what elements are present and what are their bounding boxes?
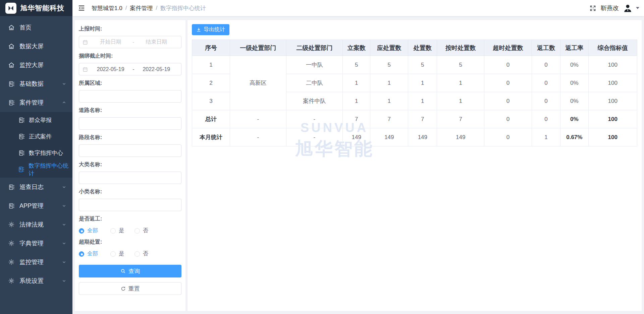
breadcrumb: 智慧城管1.0 / 案件管理 / 数字指挥中心统计 — [92, 4, 206, 12]
sidebar: 旭华智能科技 首页数据大屏监控大屏基础数据案件管理群众举报正式案件数字指挥中心数… — [0, 0, 72, 314]
sidebar-item-dictionary-management[interactable]: 字典管理 — [0, 234, 72, 253]
radio-overdue-yes[interactable]: 是 — [110, 250, 135, 257]
radio-overdue-all[interactable]: 全部 — [79, 250, 110, 257]
breadcrumb-separator: / — [156, 5, 157, 11]
radio-checked-icon — [79, 228, 84, 234]
table-cell: - — [286, 128, 343, 146]
sidebar-item-label: 首页 — [19, 23, 66, 32]
table-cell: 1 — [343, 74, 370, 92]
doc-icon — [8, 99, 15, 106]
table-cell: 100 — [588, 128, 637, 146]
table-cell: 高新区 — [230, 56, 286, 110]
sidebar-item-label: 监控管理 — [19, 258, 62, 266]
table-cell: - — [230, 128, 286, 146]
export-stats-button[interactable]: 导出统计 — [192, 24, 229, 35]
end-date-placeholder: 结束日期 — [135, 39, 178, 46]
refresh-icon — [121, 286, 126, 291]
sidebar-item-system-settings[interactable]: 系统设置 — [0, 271, 72, 290]
minor-class-label: 小类名称: — [79, 188, 181, 195]
table-cell: 100 — [588, 74, 637, 92]
sidebar-item-monitor-management[interactable]: 监控管理 — [0, 253, 72, 271]
column-header: 处置数 — [408, 40, 437, 56]
major-class-input[interactable] — [79, 172, 181, 184]
sidebar-item-label: 正式案件 — [29, 133, 52, 140]
home-icon — [8, 61, 15, 69]
search-button[interactable]: 查询 — [79, 265, 181, 277]
table-header-row: 序号一级处置部门二级处置部门立案数应处置数处置数按时处置数超时处置数返工数返工率… — [192, 40, 637, 56]
table-cell: 1 — [370, 92, 408, 110]
home-icon — [8, 43, 15, 50]
sidebar-collapse-icon[interactable] — [78, 4, 85, 12]
table-cell: 0% — [560, 92, 589, 110]
stats-table: 序号一级处置部门二级处置部门立案数应处置数处置数按时处置数超时处置数返工数返工率… — [192, 40, 637, 146]
brand-title: 旭华智能科技 — [20, 3, 64, 13]
table-cell: 本月统计 — [192, 128, 230, 146]
sidebar-item-basic-data[interactable]: 基础数据 — [0, 74, 72, 93]
reset-button[interactable]: 重置 — [79, 282, 181, 295]
table-cell: 149 — [408, 128, 437, 146]
breadcrumb-item[interactable]: 智慧城管1.0 — [92, 4, 122, 12]
table-cell: 0 — [484, 128, 532, 146]
sidebar-item-label: 基础数据 — [19, 80, 62, 88]
table-cell: 1 — [370, 74, 408, 92]
sidebar-item-data-screen[interactable]: 数据大屏 — [0, 37, 72, 56]
table-cell: 7 — [343, 110, 370, 128]
content-area: 上报时间: 开始日期 - 结束日期 捆绑截止时间: 2022-05-19 - 2… — [72, 16, 644, 314]
sidebar-item-formal-case[interactable]: 正式案件 — [0, 128, 72, 145]
sidebar-item-app-management[interactable]: APP管理 — [0, 196, 72, 215]
submenu-case-management: 群众举报正式案件数字指挥中心数字指挥中心统计 — [0, 112, 72, 178]
start-date-placeholder: 开始日期 — [89, 39, 132, 46]
overdue-radio-group: 全部 是 否 — [79, 250, 181, 257]
radio-checked-icon — [79, 251, 84, 257]
fullscreen-icon[interactable] — [589, 5, 596, 12]
road-input[interactable] — [79, 117, 181, 130]
sidebar-item-monitor-screen[interactable]: 监控大屏 — [0, 56, 72, 74]
sidebar-item-patrol-log[interactable]: 巡查日志 — [0, 178, 72, 196]
table-cell: 一中队 — [286, 56, 343, 74]
section-input[interactable] — [79, 144, 181, 157]
bind-deadline-label: 捆绑截止时间: — [79, 53, 181, 60]
sidebar-item-case-management[interactable]: 案件管理 — [0, 93, 72, 112]
table-cell: 7 — [437, 110, 484, 128]
breadcrumb-item-current: 数字指挥中心统计 — [160, 4, 206, 12]
search-icon — [120, 268, 126, 274]
table-cell: 0 — [532, 56, 560, 74]
radio-overdue-no[interactable]: 否 — [135, 250, 166, 257]
bind-deadline-range-input[interactable]: 2022-05-19 - 2022-05-19 — [79, 63, 181, 75]
radio-rework-all[interactable]: 全部 — [79, 227, 110, 234]
sidebar-item-digital-command-center[interactable]: 数字指挥中心 — [0, 145, 72, 161]
table-cell: 1 — [437, 74, 484, 92]
breadcrumb-item[interactable]: 案件管理 — [130, 4, 153, 12]
sidebar-item-digital-command-center-stats[interactable]: 数字指挥中心统计 — [0, 161, 72, 178]
topbar: 智慧城管1.0 / 案件管理 / 数字指挥中心统计 靳燕改 — [72, 0, 644, 16]
column-header: 立案数 — [343, 40, 370, 56]
report-time-range-input[interactable]: 开始日期 - 结束日期 — [79, 36, 181, 48]
home-icon — [8, 24, 15, 31]
sidebar-item-laws-regulations[interactable]: 法律法规 — [0, 215, 72, 234]
radio-rework-yes[interactable]: 是 — [110, 227, 135, 234]
export-button-label: 导出统计 — [204, 26, 225, 33]
main-panel: SUNVUA 旭华智能 导出统计 序号一级处置部门二级处置部门立案数应处置数处置… — [187, 20, 642, 311]
column-header: 综合指标值 — [588, 40, 637, 56]
radio-unchecked-icon — [110, 228, 116, 234]
avatar[interactable] — [623, 4, 632, 13]
table-row: 1高新区一中队5555000%100 — [192, 56, 637, 74]
region-input[interactable] — [79, 90, 181, 103]
chevron-down-icon — [62, 185, 66, 189]
chevron-down-icon[interactable] — [636, 7, 639, 9]
gear-icon — [8, 258, 15, 266]
table-cell: - — [230, 110, 286, 128]
sidebar-item-label: 数字指挥中心 — [29, 149, 63, 157]
minor-class-input[interactable] — [79, 199, 181, 211]
radio-unchecked-icon — [135, 228, 140, 234]
sidebar-item-home[interactable]: 首页 — [0, 18, 72, 37]
sidebar-item-public-report[interactable]: 群众举报 — [0, 112, 72, 128]
brand-icon — [5, 3, 16, 14]
chevron-down-icon — [62, 278, 66, 283]
calendar-icon — [83, 67, 88, 72]
table-cell: 100 — [588, 110, 637, 128]
sidebar-item-label: 字典管理 — [19, 239, 62, 247]
username[interactable]: 靳燕改 — [601, 4, 619, 12]
table-wrap: 序号一级处置部门二级处置部门立案数应处置数处置数按时处置数超时处置数返工数返工率… — [192, 40, 637, 146]
radio-rework-no[interactable]: 否 — [135, 227, 166, 234]
